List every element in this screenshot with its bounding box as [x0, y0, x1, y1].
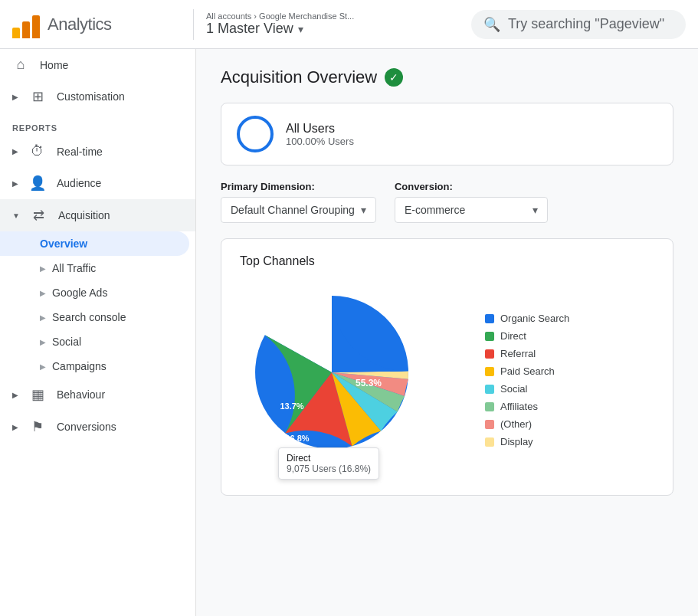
- sidebar-realtime-label: Real-time: [57, 146, 103, 158]
- audience-icon: 👤: [29, 175, 46, 192]
- all-traffic-label: All Traffic: [52, 262, 96, 274]
- legend-label: Paid Search: [500, 365, 555, 377]
- sidebar-item-realtime[interactable]: ▶ ⏱ Real-time: [0, 136, 195, 167]
- legend-label: Organic Search: [500, 313, 569, 324]
- sidebar-item-acquisition[interactable]: ▼ ⇄ Acquisition: [0, 199, 195, 231]
- primary-dimension-label: Primary Dimension:: [221, 181, 376, 192]
- segment-card[interactable]: All Users 100.00% Users: [221, 103, 673, 165]
- acquisition-icon: ⇄: [31, 207, 48, 224]
- conversion-dropdown[interactable]: E-commerce ▾: [395, 197, 548, 223]
- segment-info: All Users 100.00% Users: [286, 122, 354, 147]
- header-account: All accounts › Google Merchandise St... …: [206, 11, 354, 37]
- primary-dimension-group: Primary Dimension: Default Channel Group…: [221, 181, 376, 223]
- tooltip-value: 9,075 Users (16.8%): [287, 464, 371, 474]
- realtime-icon: ⏱: [29, 143, 46, 159]
- chevron-down-icon-acq: ▼: [12, 211, 20, 220]
- legend-label: Direct: [500, 330, 526, 342]
- legend-item: Display: [485, 436, 569, 447]
- chevron-right-icon: ▶: [12, 93, 18, 101]
- home-icon: ⌂: [12, 57, 29, 73]
- legend-dot: [485, 420, 494, 429]
- sidebar-sub-search-console[interactable]: ▶ Search console: [0, 305, 195, 329]
- sidebar-sub-overview[interactable]: Overview: [0, 231, 189, 256]
- segment-circle: [237, 116, 274, 152]
- sidebar-item-audience[interactable]: ▶ 👤 Audience: [0, 167, 195, 199]
- conversion-group: Conversion: E-commerce ▾: [395, 181, 548, 223]
- layout: ⌂ Home ▶ ⊞ Customisation REPORTS ▶ ⏱ Rea…: [0, 0, 698, 616]
- legend-item: Organic Search: [485, 313, 569, 324]
- sidebar-item-customisation[interactable]: ▶ ⊞ Customisation: [0, 80, 195, 113]
- legend-dot: [485, 349, 494, 359]
- chevron-right-sc: ▶: [40, 313, 46, 322]
- chart-legend: Organic SearchDirectReferralPaid SearchS…: [485, 313, 569, 447]
- chevron-right-soc: ▶: [40, 338, 46, 346]
- conversions-icon: ⚑: [29, 418, 46, 435]
- app-title: Analytics: [48, 15, 112, 34]
- legend-item: (Other): [485, 418, 569, 430]
- verified-badge: ✓: [385, 68, 403, 87]
- chevron-right-at: ▶: [40, 264, 46, 273]
- sidebar-sub-all-traffic[interactable]: ▶ All Traffic: [0, 256, 195, 280]
- app-header: Analytics All accounts › Google Merchand…: [0, 0, 698, 49]
- overview-label: Overview: [40, 238, 87, 250]
- google-ads-label: Google Ads: [52, 287, 107, 299]
- sidebar-behaviour-label: Behaviour: [57, 388, 105, 401]
- sidebar-item-conversions[interactable]: ▶ ⚑ Conversions: [0, 411, 195, 443]
- legend-dot: [485, 314, 494, 323]
- legend-dot: [485, 402, 494, 411]
- sidebar-sub-google-ads[interactable]: ▶ Google Ads: [0, 280, 195, 305]
- chevron-right-ga: ▶: [40, 289, 46, 297]
- pie-chart: 55.3% 13.7% 16.8% Direct 9,075 Users (16…: [240, 280, 454, 480]
- reports-section-label: REPORTS: [0, 113, 195, 136]
- customisation-icon: ⊞: [29, 88, 46, 105]
- behaviour-icon: ▦: [29, 386, 46, 403]
- svg-text:55.3%: 55.3%: [356, 378, 382, 388]
- search-bar[interactable]: 🔍 Try searching "Pageview": [471, 10, 686, 39]
- view-selector[interactable]: 1 Master View ▾: [206, 21, 354, 37]
- sidebar-customisation-label: Customisation: [57, 90, 125, 103]
- legend-label: Display: [500, 436, 533, 447]
- sidebar-sub-campaigns[interactable]: ▶ Campaigns: [0, 354, 195, 378]
- chart-area: 55.3% 13.7% 16.8% Direct 9,075 Users (16…: [240, 280, 654, 480]
- chevron-right-camp: ▶: [40, 362, 46, 371]
- sidebar-conversions-label: Conversions: [57, 421, 116, 433]
- primary-dimension-dropdown[interactable]: Default Channel Grouping ▾: [221, 197, 376, 223]
- search-placeholder: Try searching "Pageview": [508, 16, 664, 32]
- segment-name: All Users: [286, 122, 354, 136]
- conversion-label: Conversion:: [395, 181, 548, 192]
- sidebar-sub-social[interactable]: ▶ Social: [0, 329, 195, 354]
- sidebar-item-home[interactable]: ⌂ Home: [0, 49, 195, 80]
- tooltip-label: Direct: [287, 453, 371, 464]
- page-title: Acquisition Overview: [221, 67, 377, 87]
- legend-item: Direct: [485, 330, 569, 342]
- legend-label: Social: [500, 383, 527, 395]
- chevron-down-icon: ▾: [298, 23, 303, 35]
- legend-item: Affiliates: [485, 401, 569, 412]
- chevron-right-beh: ▶: [12, 391, 18, 399]
- segment-pct: 100.00% Users: [286, 136, 354, 147]
- logo-area: Analytics: [12, 11, 181, 38]
- legend-item: Referral: [485, 348, 569, 359]
- svg-text:16.8%: 16.8%: [285, 434, 309, 443]
- svg-text:13.7%: 13.7%: [280, 401, 303, 411]
- sidebar-audience-label: Audience: [57, 177, 101, 189]
- legend-item: Social: [485, 383, 569, 395]
- chevron-down-icon-dim: ▾: [361, 204, 366, 216]
- legend-item: Paid Search: [485, 365, 569, 377]
- campaigns-label: Campaigns: [52, 360, 107, 372]
- chevron-right-icon-aud: ▶: [12, 179, 18, 188]
- legend-dot: [485, 437, 494, 447]
- social-label: Social: [52, 336, 81, 348]
- chart-card: Top Channels: [221, 238, 673, 496]
- sidebar-item-behaviour[interactable]: ▶ ▦ Behaviour: [0, 378, 195, 411]
- chart-title: Top Channels: [240, 254, 654, 268]
- header-divider: [193, 9, 194, 40]
- sidebar-home-label: Home: [40, 59, 68, 71]
- legend-label: (Other): [500, 418, 532, 430]
- dimensions-row: Primary Dimension: Default Channel Group…: [221, 181, 673, 223]
- pie-tooltip: Direct 9,075 Users (16.8%): [278, 447, 379, 480]
- page-title-row: Acquisition Overview ✓: [221, 67, 673, 87]
- legend-dot: [485, 367, 494, 376]
- legend-dot: [485, 332, 494, 341]
- legend-label: Referral: [500, 348, 536, 359]
